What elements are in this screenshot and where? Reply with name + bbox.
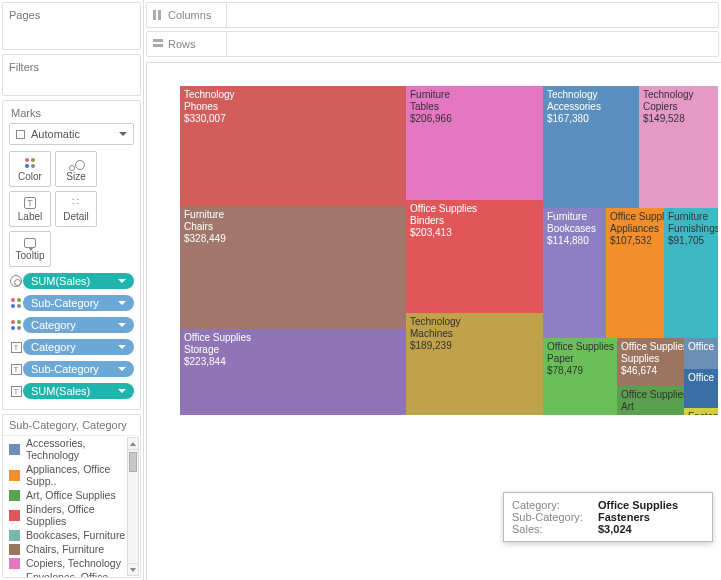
color-icon xyxy=(10,297,22,309)
treemap-cell[interactable]: Office SuppliesSupplies$46,674 xyxy=(617,338,684,386)
columns-shelf-body[interactable] xyxy=(227,3,718,27)
legend-swatch xyxy=(9,530,20,541)
legend-items: Accessories, TechnologyAppliances, Offic… xyxy=(3,436,140,577)
treemap-cell[interactable]: Office SuppliesStorage$223,844 xyxy=(180,329,406,415)
pill-sum-sales-[interactable]: SUM(Sales) xyxy=(23,273,134,289)
tooltip-icon xyxy=(24,238,36,248)
treemap-cell[interactable]: FurnitureFurnishings$91,705 xyxy=(664,208,718,338)
legend-item[interactable]: Binders, Office Supplies xyxy=(3,502,140,528)
chevron-down-icon xyxy=(118,323,126,327)
treemap-cell[interactable]: TechnologyPhones$330,007 xyxy=(180,86,406,206)
marks-detail-button[interactable]: ∷Detail xyxy=(55,191,97,227)
chevron-down-icon xyxy=(118,279,126,283)
marks-pill-list: SUM(Sales)Sub-CategoryCategoryTCategoryT… xyxy=(7,269,136,401)
pill-category[interactable]: Category xyxy=(23,317,134,333)
treemap-cell[interactable]: FurnitureTables$206,966 xyxy=(406,86,543,200)
color-icon xyxy=(24,157,36,169)
marks-label-button[interactable]: TLabel xyxy=(9,191,51,227)
sidebar: Pages Filters Marks Automatic Color Size… xyxy=(0,0,144,580)
chevron-down-icon xyxy=(118,389,126,393)
chevron-down-icon xyxy=(118,367,126,371)
detail-icon: ∷ xyxy=(72,196,80,209)
legend-swatch xyxy=(9,490,20,501)
legend-scrollbar[interactable] xyxy=(127,437,139,576)
chevron-down-icon xyxy=(119,132,127,136)
rows-shelf-body[interactable] xyxy=(227,32,718,56)
scroll-up-icon[interactable] xyxy=(128,438,138,450)
pages-label: Pages xyxy=(9,9,134,21)
treemap-cell[interactable]: Office xyxy=(684,338,718,369)
treemap-cell[interactable]: Fasteners$3,024 xyxy=(684,408,718,415)
pill-sub-category[interactable]: Sub-Category xyxy=(23,295,134,311)
pages-shelf[interactable]: Pages xyxy=(2,2,141,50)
color-legend: Sub-Category, Category Accessories, Tech… xyxy=(2,414,141,578)
pill-category[interactable]: Category xyxy=(23,339,134,355)
mark-type-dropdown[interactable]: Automatic xyxy=(9,123,134,145)
legend-swatch xyxy=(9,444,20,455)
legend-item[interactable]: Bookcases, Furniture xyxy=(3,528,140,542)
main-area: Columns Rows TechnologyPhones$330,007Fur… xyxy=(144,0,721,580)
marks-size-button[interactable]: Size xyxy=(55,151,97,187)
color-icon xyxy=(10,319,22,331)
marks-color-button[interactable]: Color xyxy=(9,151,51,187)
swirl-icon xyxy=(10,275,22,287)
legend-swatch xyxy=(9,470,20,481)
legend-item[interactable]: Art, Office Supplies xyxy=(3,488,140,502)
shelves: Columns Rows xyxy=(144,0,721,62)
text-icon: T xyxy=(11,364,22,375)
filters-label: Filters xyxy=(9,61,134,73)
scroll-down-icon[interactable] xyxy=(128,563,138,575)
filters-shelf[interactable]: Filters xyxy=(2,54,141,96)
chevron-down-icon xyxy=(118,301,126,305)
legend-item[interactable]: Copiers, Technology xyxy=(3,556,140,570)
pill-sub-category[interactable]: Sub-Category xyxy=(23,361,134,377)
rows-icon xyxy=(153,39,163,49)
columns-shelf[interactable]: Columns xyxy=(146,2,719,28)
legend-item[interactable]: Envelopes, Office Suppl.. xyxy=(3,570,140,577)
rows-shelf[interactable]: Rows xyxy=(146,31,719,57)
treemap-cell[interactable]: TechnologyCopiers$149,528 xyxy=(639,86,718,208)
viz-canvas[interactable]: TechnologyPhones$330,007FurnitureChairs$… xyxy=(144,62,721,580)
columns-icon xyxy=(153,10,163,20)
legend-swatch xyxy=(9,510,20,521)
legend-swatch xyxy=(9,544,20,555)
marks-label: Marks xyxy=(7,107,136,123)
mark-type-value: Automatic xyxy=(31,128,80,140)
text-icon: T xyxy=(11,386,22,397)
treemap-cell[interactable]: Office SuppliesPaper$78,479 xyxy=(543,338,617,415)
label-icon: T xyxy=(24,197,36,209)
mark-button-grid: Color Size TLabel ∷Detail Tooltip xyxy=(7,149,136,269)
legend-item[interactable]: Accessories, Technology xyxy=(3,436,140,462)
square-icon xyxy=(16,130,25,139)
treemap-cell[interactable]: FurnitureChairs$328,449 xyxy=(180,206,406,329)
legend-title: Sub-Category, Category xyxy=(3,415,140,436)
text-icon: T xyxy=(11,342,22,353)
treemap-cell[interactable]: Office xyxy=(684,369,718,408)
legend-swatch xyxy=(9,558,20,569)
legend-item[interactable]: Chairs, Furniture xyxy=(3,542,140,556)
size-icon xyxy=(69,157,83,169)
treemap-cell[interactable]: TechnologyAccessories$167,380 xyxy=(543,86,639,208)
treemap-cell[interactable]: Office SuppliesAppliances$107,532 xyxy=(606,208,664,338)
treemap-cell[interactable]: Office SuppliesBinders$203,413 xyxy=(406,200,543,313)
tooltip-popup: Category:Office Supplies Sub-Category:Fa… xyxy=(503,492,713,542)
marks-card: Marks Automatic Color Size TLabel ∷Detai… xyxy=(2,100,141,410)
legend-scroll-thumb[interactable] xyxy=(129,452,137,472)
pill-sum-sales-[interactable]: SUM(Sales) xyxy=(23,383,134,399)
treemap-cell[interactable]: TechnologyMachines$189,239 xyxy=(406,313,543,415)
chevron-down-icon xyxy=(118,345,126,349)
legend-item[interactable]: Appliances, Office Supp.. xyxy=(3,462,140,488)
treemap-cell[interactable]: Office SuppliesArt xyxy=(617,386,684,415)
treemap-cell[interactable]: FurnitureBookcases$114,880 xyxy=(543,208,606,338)
marks-tooltip-button[interactable]: Tooltip xyxy=(9,231,51,267)
